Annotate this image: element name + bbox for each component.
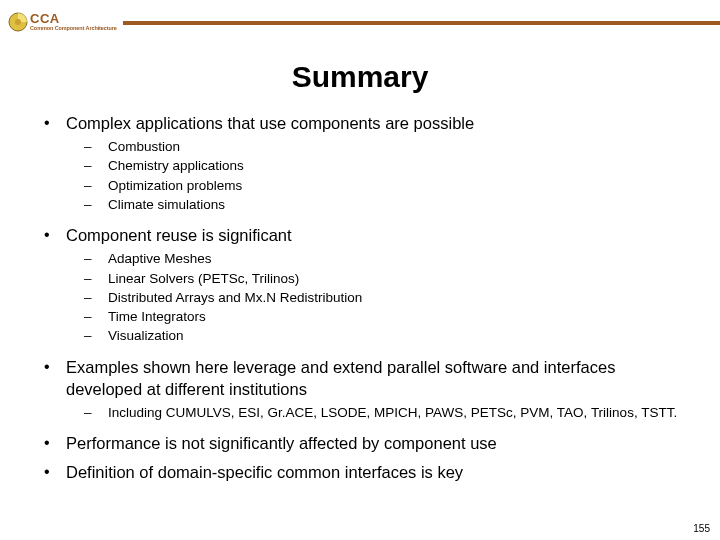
sub-bullet-text: Combustion bbox=[108, 139, 180, 154]
sub-bullet-text: Visualization bbox=[108, 328, 184, 343]
page-number: 155 bbox=[693, 523, 710, 534]
sub-bullet-text: Including CUMULVS, ESI, Gr.ACE, LSODE, M… bbox=[108, 405, 677, 420]
slide-title: Summary bbox=[0, 60, 720, 94]
sub-bullet-list: Combustion Chemistry applications Optimi… bbox=[66, 138, 690, 214]
logo-text: CCA Common Component Architecture bbox=[30, 12, 117, 32]
sub-bullet-text: Time Integrators bbox=[108, 309, 206, 324]
logo-acronym: CCA bbox=[30, 12, 117, 25]
sub-bullet-item: Visualization bbox=[66, 327, 690, 345]
sub-bullet-item: Climate simulations bbox=[66, 196, 690, 214]
sub-bullet-text: Optimization problems bbox=[108, 178, 242, 193]
bullet-text: Examples shown here leverage and extend … bbox=[66, 358, 615, 398]
bullet-item: Complex applications that use components… bbox=[38, 112, 690, 214]
sub-bullet-item: Distributed Arrays and Mx.N Redistributi… bbox=[66, 289, 690, 307]
sub-bullet-item: Linear Solvers (PETSc, Trilinos) bbox=[66, 270, 690, 288]
sub-bullet-list: Including CUMULVS, ESI, Gr.ACE, LSODE, M… bbox=[66, 404, 690, 422]
logo-block: CCA Common Component Architecture bbox=[8, 12, 117, 32]
bullet-text: Definition of domain-specific common int… bbox=[66, 463, 463, 481]
bullet-list: Complex applications that use components… bbox=[38, 112, 690, 483]
bullet-text: Complex applications that use components… bbox=[66, 114, 474, 132]
sub-bullet-item: Chemistry applications bbox=[66, 157, 690, 175]
header-rule bbox=[123, 21, 720, 25]
svg-point-1 bbox=[15, 19, 21, 25]
sub-bullet-text: Adaptive Meshes bbox=[108, 251, 212, 266]
sub-bullet-item: Adaptive Meshes bbox=[66, 250, 690, 268]
slide-header: CCA Common Component Architecture bbox=[0, 0, 720, 38]
sub-bullet-text: Distributed Arrays and Mx.N Redistributi… bbox=[108, 290, 362, 305]
sub-bullet-list: Adaptive Meshes Linear Solvers (PETSc, T… bbox=[66, 250, 690, 345]
sub-bullet-item: Including CUMULVS, ESI, Gr.ACE, LSODE, M… bbox=[66, 404, 690, 422]
bullet-text: Component reuse is significant bbox=[66, 226, 292, 244]
sub-bullet-item: Time Integrators bbox=[66, 308, 690, 326]
logo-subtitle: Common Component Architecture bbox=[30, 26, 117, 32]
bullet-item: Examples shown here leverage and extend … bbox=[38, 356, 690, 423]
bullet-item: Definition of domain-specific common int… bbox=[38, 461, 690, 483]
sub-bullet-text: Linear Solvers (PETSc, Trilinos) bbox=[108, 271, 299, 286]
sub-bullet-item: Combustion bbox=[66, 138, 690, 156]
bullet-item: Performance is not significantly affecte… bbox=[38, 432, 690, 454]
logo-icon bbox=[8, 12, 28, 32]
sub-bullet-item: Optimization problems bbox=[66, 177, 690, 195]
sub-bullet-text: Chemistry applications bbox=[108, 158, 244, 173]
sub-bullet-text: Climate simulations bbox=[108, 197, 225, 212]
slide-content: Complex applications that use components… bbox=[0, 112, 720, 483]
bullet-item: Component reuse is significant Adaptive … bbox=[38, 224, 690, 345]
bullet-text: Performance is not significantly affecte… bbox=[66, 434, 497, 452]
